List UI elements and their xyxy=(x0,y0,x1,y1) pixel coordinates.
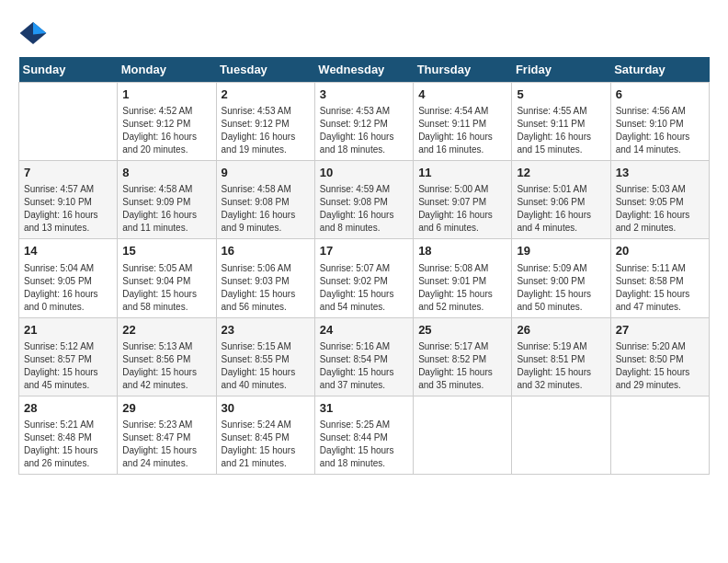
day-number: 28 xyxy=(24,400,112,417)
calendar-cell: 29Sunrise: 5:23 AM Sunset: 8:47 PM Dayli… xyxy=(118,396,216,474)
day-number: 18 xyxy=(418,243,506,259)
calendar-table: SundayMondayTuesdayWednesdayThursdayFrid… xyxy=(18,57,710,475)
day-info: Sunrise: 4:58 AM Sunset: 9:08 PM Dayligh… xyxy=(222,183,310,235)
day-number: 31 xyxy=(320,400,408,417)
day-number: 9 xyxy=(222,165,310,181)
calendar-cell: 16Sunrise: 5:06 AM Sunset: 9:03 PM Dayli… xyxy=(216,239,314,317)
day-info: Sunrise: 5:21 AM Sunset: 8:48 PM Dayligh… xyxy=(24,419,112,470)
day-info: Sunrise: 5:16 AM Sunset: 8:54 PM Dayligh… xyxy=(320,340,408,392)
day-number: 7 xyxy=(24,165,112,181)
day-number: 23 xyxy=(222,322,310,339)
day-number: 6 xyxy=(616,86,704,103)
logo xyxy=(18,18,53,48)
weekday-header-monday: Monday xyxy=(118,57,216,83)
day-info: Sunrise: 4:56 AM Sunset: 9:10 PM Dayligh… xyxy=(616,105,704,156)
calendar-cell: 6Sunrise: 4:56 AM Sunset: 9:10 PM Daylig… xyxy=(610,83,709,161)
calendar-cell: 8Sunrise: 4:58 AM Sunset: 9:09 PM Daylig… xyxy=(118,161,216,239)
page-header xyxy=(18,18,710,48)
day-info: Sunrise: 5:09 AM Sunset: 9:00 PM Dayligh… xyxy=(517,262,605,314)
day-info: Sunrise: 5:19 AM Sunset: 8:51 PM Dayligh… xyxy=(517,340,605,392)
weekday-header-wednesday: Wednesday xyxy=(314,57,413,83)
day-info: Sunrise: 5:23 AM Sunset: 8:47 PM Dayligh… xyxy=(122,419,210,470)
day-info: Sunrise: 5:24 AM Sunset: 8:45 PM Dayligh… xyxy=(222,419,310,470)
day-info: Sunrise: 5:12 AM Sunset: 8:57 PM Dayligh… xyxy=(24,340,112,392)
calendar-cell: 12Sunrise: 5:01 AM Sunset: 9:06 PM Dayli… xyxy=(512,161,610,239)
day-info: Sunrise: 5:06 AM Sunset: 9:03 PM Dayligh… xyxy=(222,262,310,314)
day-number: 29 xyxy=(122,400,210,417)
day-number: 30 xyxy=(222,400,310,417)
day-info: Sunrise: 4:53 AM Sunset: 9:12 PM Dayligh… xyxy=(222,105,310,156)
day-info: Sunrise: 5:01 AM Sunset: 9:06 PM Dayligh… xyxy=(517,183,605,235)
day-number: 17 xyxy=(320,243,408,259)
calendar-cell xyxy=(610,396,709,474)
weekday-header-friday: Friday xyxy=(512,57,610,83)
day-number: 12 xyxy=(517,165,605,181)
calendar-cell: 18Sunrise: 5:08 AM Sunset: 9:01 PM Dayli… xyxy=(414,239,512,317)
weekday-header-saturday: Saturday xyxy=(610,57,709,83)
calendar-cell: 5Sunrise: 4:55 AM Sunset: 9:11 PM Daylig… xyxy=(512,83,610,161)
day-number: 14 xyxy=(24,243,112,259)
logo-icon xyxy=(18,18,48,48)
calendar-cell: 22Sunrise: 5:13 AM Sunset: 8:56 PM Dayli… xyxy=(118,317,216,396)
day-number: 20 xyxy=(616,243,704,259)
calendar-cell: 4Sunrise: 4:54 AM Sunset: 9:11 PM Daylig… xyxy=(414,83,512,161)
calendar-cell xyxy=(512,396,610,474)
day-info: Sunrise: 5:20 AM Sunset: 8:50 PM Dayligh… xyxy=(616,340,704,392)
day-info: Sunrise: 5:03 AM Sunset: 9:05 PM Dayligh… xyxy=(616,183,704,235)
calendar-cell xyxy=(19,83,118,161)
calendar-cell xyxy=(414,396,512,474)
day-number: 3 xyxy=(320,86,408,103)
calendar-cell: 28Sunrise: 5:21 AM Sunset: 8:48 PM Dayli… xyxy=(19,396,118,474)
day-number: 10 xyxy=(320,165,408,181)
day-number: 22 xyxy=(122,322,210,339)
day-info: Sunrise: 5:08 AM Sunset: 9:01 PM Dayligh… xyxy=(418,262,506,314)
calendar-cell: 7Sunrise: 4:57 AM Sunset: 9:10 PM Daylig… xyxy=(19,161,118,239)
day-number: 24 xyxy=(320,322,408,339)
calendar-cell: 11Sunrise: 5:00 AM Sunset: 9:07 PM Dayli… xyxy=(414,161,512,239)
day-info: Sunrise: 5:25 AM Sunset: 8:44 PM Dayligh… xyxy=(320,419,408,470)
day-info: Sunrise: 5:17 AM Sunset: 8:52 PM Dayligh… xyxy=(418,340,506,392)
day-info: Sunrise: 5:07 AM Sunset: 9:02 PM Dayligh… xyxy=(320,262,408,314)
day-info: Sunrise: 5:13 AM Sunset: 8:56 PM Dayligh… xyxy=(122,340,210,392)
day-info: Sunrise: 5:05 AM Sunset: 9:04 PM Dayligh… xyxy=(122,262,210,314)
day-number: 15 xyxy=(122,243,210,259)
calendar-cell: 23Sunrise: 5:15 AM Sunset: 8:55 PM Dayli… xyxy=(216,317,314,396)
day-info: Sunrise: 5:15 AM Sunset: 8:55 PM Dayligh… xyxy=(222,340,310,392)
calendar-cell: 9Sunrise: 4:58 AM Sunset: 9:08 PM Daylig… xyxy=(216,161,314,239)
day-info: Sunrise: 4:55 AM Sunset: 9:11 PM Dayligh… xyxy=(517,105,605,156)
day-info: Sunrise: 4:57 AM Sunset: 9:10 PM Dayligh… xyxy=(24,183,112,235)
calendar-cell: 3Sunrise: 4:53 AM Sunset: 9:12 PM Daylig… xyxy=(314,83,413,161)
day-info: Sunrise: 4:58 AM Sunset: 9:09 PM Dayligh… xyxy=(122,183,210,235)
calendar-cell: 26Sunrise: 5:19 AM Sunset: 8:51 PM Dayli… xyxy=(512,317,610,396)
day-number: 25 xyxy=(418,322,506,339)
calendar-week-row: 1Sunrise: 4:52 AM Sunset: 9:12 PM Daylig… xyxy=(19,83,710,161)
calendar-cell: 2Sunrise: 4:53 AM Sunset: 9:12 PM Daylig… xyxy=(216,83,314,161)
weekday-header-tuesday: Tuesday xyxy=(216,57,314,83)
day-number: 19 xyxy=(517,243,605,259)
day-info: Sunrise: 5:04 AM Sunset: 9:05 PM Dayligh… xyxy=(24,262,112,314)
calendar-cell: 24Sunrise: 5:16 AM Sunset: 8:54 PM Dayli… xyxy=(314,317,413,396)
day-number: 27 xyxy=(616,322,704,339)
calendar-cell: 30Sunrise: 5:24 AM Sunset: 8:45 PM Dayli… xyxy=(216,396,314,474)
weekday-header-thursday: Thursday xyxy=(414,57,512,83)
calendar-cell: 10Sunrise: 4:59 AM Sunset: 9:08 PM Dayli… xyxy=(314,161,413,239)
calendar-week-row: 14Sunrise: 5:04 AM Sunset: 9:05 PM Dayli… xyxy=(19,239,710,317)
calendar-cell: 20Sunrise: 5:11 AM Sunset: 8:58 PM Dayli… xyxy=(610,239,709,317)
day-info: Sunrise: 4:53 AM Sunset: 9:12 PM Dayligh… xyxy=(320,105,408,156)
day-number: 26 xyxy=(517,322,605,339)
calendar-week-row: 28Sunrise: 5:21 AM Sunset: 8:48 PM Dayli… xyxy=(19,396,710,474)
calendar-cell: 15Sunrise: 5:05 AM Sunset: 9:04 PM Dayli… xyxy=(118,239,216,317)
day-number: 11 xyxy=(418,165,506,181)
calendar-cell: 21Sunrise: 5:12 AM Sunset: 8:57 PM Dayli… xyxy=(19,317,118,396)
calendar-cell: 31Sunrise: 5:25 AM Sunset: 8:44 PM Dayli… xyxy=(314,396,413,474)
calendar-cell: 27Sunrise: 5:20 AM Sunset: 8:50 PM Dayli… xyxy=(610,317,709,396)
day-number: 1 xyxy=(122,86,210,103)
day-info: Sunrise: 4:54 AM Sunset: 9:11 PM Dayligh… xyxy=(418,105,506,156)
day-number: 13 xyxy=(616,165,704,181)
day-info: Sunrise: 4:52 AM Sunset: 9:12 PM Dayligh… xyxy=(122,105,210,156)
day-number: 16 xyxy=(222,243,310,259)
day-number: 4 xyxy=(418,86,506,103)
calendar-cell: 1Sunrise: 4:52 AM Sunset: 9:12 PM Daylig… xyxy=(118,83,216,161)
day-info: Sunrise: 4:59 AM Sunset: 9:08 PM Dayligh… xyxy=(320,183,408,235)
calendar-cell: 14Sunrise: 5:04 AM Sunset: 9:05 PM Dayli… xyxy=(19,239,118,317)
